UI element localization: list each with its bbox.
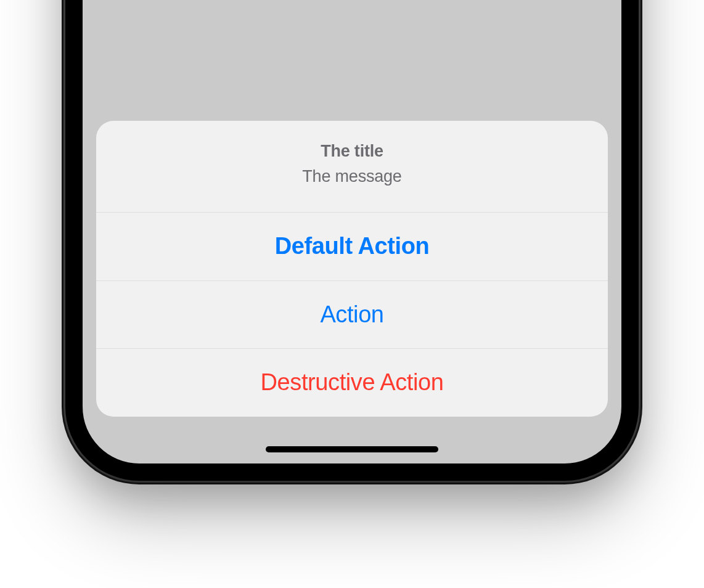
device-frame: The title The message Default Action Act… [65,0,639,481]
action-sheet: The title The message Default Action Act… [96,121,608,417]
bottom-spacer [83,427,621,463]
destructive-action-button[interactable]: Destructive Action [96,349,608,417]
default-action-button[interactable]: Default Action [96,213,608,281]
action-sheet-header: The title The message [96,121,608,213]
device-screen: The title The message Default Action Act… [83,0,621,463]
action-sheet-message: The message [108,167,596,186]
action-button[interactable]: Action [96,281,608,349]
home-indicator[interactable] [266,446,438,452]
action-sheet-title: The title [108,142,596,161]
